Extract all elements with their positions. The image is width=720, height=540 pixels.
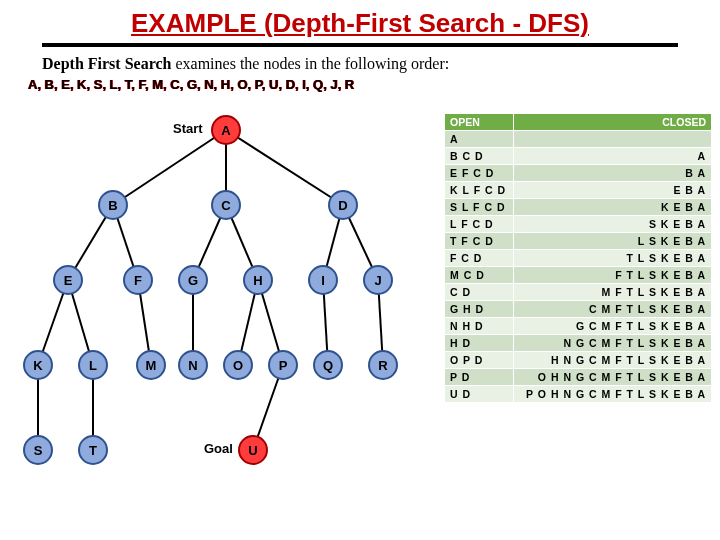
node-P: P xyxy=(268,350,298,380)
cell-closed: L S K E B A xyxy=(514,233,712,250)
cell-open: E F C D xyxy=(445,165,514,182)
cell-open: N H D xyxy=(445,318,514,335)
node-E: E xyxy=(53,265,83,295)
node-F: F xyxy=(123,265,153,295)
table-row: L F C DS K E B A xyxy=(445,216,712,233)
cell-closed xyxy=(514,131,712,148)
cell-closed: C M F T L S K E B A xyxy=(514,301,712,318)
node-R: R xyxy=(368,350,398,380)
table-row: M C DF T L S K E B A xyxy=(445,267,712,284)
cell-closed: P O H N G C M F T L S K E B A xyxy=(514,386,712,403)
cell-closed: K E B A xyxy=(514,199,712,216)
svg-line-0 xyxy=(113,130,226,205)
node-L: L xyxy=(78,350,108,380)
edges xyxy=(18,110,438,530)
node-T: T xyxy=(78,435,108,465)
cell-open: M C D xyxy=(445,267,514,284)
node-K: K xyxy=(23,350,53,380)
cell-closed: G C M F T L S K E B A xyxy=(514,318,712,335)
table-row: P DO H N G C M F T L S K E B A xyxy=(445,369,712,386)
node-S: S xyxy=(23,435,53,465)
table-row: O P DH N G C M F T L S K E B A xyxy=(445,352,712,369)
node-G: G xyxy=(178,265,208,295)
cell-closed: H N G C M F T L S K E B A xyxy=(514,352,712,369)
node-I: I xyxy=(308,265,338,295)
cell-open: K L F C D xyxy=(445,182,514,199)
goal-label: Goal xyxy=(204,441,233,456)
subtitle: Depth First Search examines the nodes in… xyxy=(42,55,720,73)
node-J: J xyxy=(363,265,393,295)
table-row: N H DG C M F T L S K E B A xyxy=(445,318,712,335)
table-row: G H DC M F T L S K E B A xyxy=(445,301,712,318)
th-closed: CLOSED xyxy=(514,114,712,131)
table-row: T F C DL S K E B A xyxy=(445,233,712,250)
node-Q: Q xyxy=(313,350,343,380)
node-H: H xyxy=(243,265,273,295)
cell-open: F C D xyxy=(445,250,514,267)
node-D: D xyxy=(328,190,358,220)
table-body: AB C DAE F C DB AK L F C DE B AS L F C D… xyxy=(445,131,712,403)
cell-open: G H D xyxy=(445,301,514,318)
page-title: EXAMPLE (Depth-First Search - DFS) xyxy=(0,8,720,39)
cell-closed: A xyxy=(514,148,712,165)
table-row: B C DA xyxy=(445,148,712,165)
table-row: U DP O H N G C M F T L S K E B A xyxy=(445,386,712,403)
cell-closed: S K E B A xyxy=(514,216,712,233)
node-C: C xyxy=(211,190,241,220)
table-row: A xyxy=(445,131,712,148)
cell-open: B C D xyxy=(445,148,514,165)
node-B: B xyxy=(98,190,128,220)
subtitle-rest: examines the nodes in the following orde… xyxy=(171,55,449,72)
node-A: A xyxy=(211,115,241,145)
cell-closed: M F T L S K E B A xyxy=(514,284,712,301)
table-row: E F C DB A xyxy=(445,165,712,182)
cell-open: A xyxy=(445,131,514,148)
visit-order: A, B, E, K, S, L, T, F, M, C, G, N, H, O… xyxy=(28,77,720,92)
tree-diagram: ABCDEFGHIJKLMNOPQRSTUStartGoal xyxy=(18,110,438,530)
subtitle-bold: Depth First Search xyxy=(42,55,171,72)
rule xyxy=(42,43,678,47)
node-O: O xyxy=(223,350,253,380)
cell-open: H D xyxy=(445,335,514,352)
node-U: U xyxy=(238,435,268,465)
cell-open: T F C D xyxy=(445,233,514,250)
cell-closed: T L S K E B A xyxy=(514,250,712,267)
table-row: F C DT L S K E B A xyxy=(445,250,712,267)
cell-open: U D xyxy=(445,386,514,403)
cell-closed: F T L S K E B A xyxy=(514,267,712,284)
cell-closed: E B A xyxy=(514,182,712,199)
start-label: Start xyxy=(173,121,203,136)
cell-open: P D xyxy=(445,369,514,386)
node-N: N xyxy=(178,350,208,380)
cell-open: C D xyxy=(445,284,514,301)
svg-line-2 xyxy=(226,130,343,205)
table-row: K L F C DE B A xyxy=(445,182,712,199)
table-row: C DM F T L S K E B A xyxy=(445,284,712,301)
cell-open: L F C D xyxy=(445,216,514,233)
cell-closed: O H N G C M F T L S K E B A xyxy=(514,369,712,386)
table-row: H DN G C M F T L S K E B A xyxy=(445,335,712,352)
cell-closed: N G C M F T L S K E B A xyxy=(514,335,712,352)
cell-open: S L F C D xyxy=(445,199,514,216)
cell-open: O P D xyxy=(445,352,514,369)
node-M: M xyxy=(136,350,166,380)
open-closed-table: OPEN CLOSED AB C DAE F C DB AK L F C DE … xyxy=(444,113,712,403)
cell-closed: B A xyxy=(514,165,712,182)
table-row: S L F C DK E B A xyxy=(445,199,712,216)
th-open: OPEN xyxy=(445,114,514,131)
